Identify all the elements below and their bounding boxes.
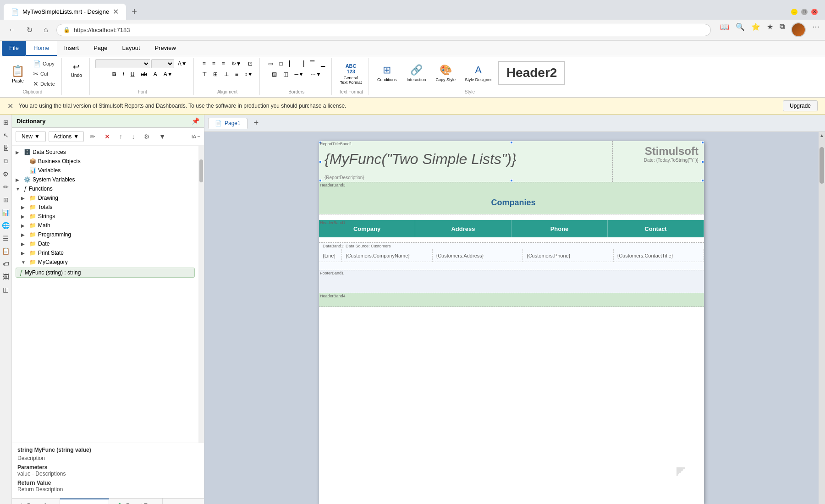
- align-center-button[interactable]: ≡: [209, 59, 218, 68]
- dictionary-tab[interactable]: 📖 Dictionary: [60, 499, 109, 504]
- tree-item-totals[interactable]: ▶ 📁 Totals: [12, 203, 198, 212]
- align-top-button[interactable]: ⊤: [199, 70, 209, 79]
- active-browser-tab[interactable]: 📄 MyTwoSimpleLists.mrt - Designe ✕: [4, 4, 126, 20]
- move-up-button[interactable]: ↑: [116, 131, 126, 142]
- gear-button[interactable]: ⚙: [141, 131, 153, 142]
- tree-item-sysvars[interactable]: ▶ ⚙️ System Variables: [12, 175, 198, 184]
- tree-item-functions[interactable]: ▼ ƒ Functions: [12, 184, 198, 193]
- favorites-icon[interactable]: ★: [767, 22, 773, 37]
- tree-item-myfunc[interactable]: ƒ MyFunc (string) : string: [16, 268, 195, 278]
- tab-page[interactable]: Page: [86, 41, 115, 56]
- header2-preview[interactable]: Header2: [498, 61, 566, 85]
- copy-button[interactable]: 📄 Copy: [30, 59, 58, 68]
- fill-button[interactable]: ▨: [269, 70, 280, 79]
- bold-button[interactable]: B: [110, 70, 119, 79]
- sidebar-icon-grid[interactable]: ⊞: [1, 194, 11, 206]
- undo-button[interactable]: ↩ Undo: [66, 60, 87, 80]
- strikethrough-button[interactable]: ab: [138, 70, 149, 79]
- upgrade-button[interactable]: Upgrade: [783, 100, 818, 111]
- tree-item-mycategory[interactable]: ▼ 📁 MyCategory: [12, 257, 198, 267]
- sidebar-icon-group[interactable]: ◫: [0, 284, 11, 296]
- handle-ml[interactable]: [319, 160, 322, 163]
- actions-button[interactable]: Actions ▼: [49, 131, 84, 142]
- read-mode-icon[interactable]: 📖: [720, 22, 729, 37]
- close-button[interactable]: ✕: [811, 9, 818, 15]
- tree-item-math[interactable]: ▶ 📁 Math: [12, 221, 198, 230]
- tree-item-variables[interactable]: 📊 Variables: [12, 166, 198, 175]
- tree-item-printstate[interactable]: ▶ 📁 Print State: [12, 248, 198, 257]
- border-left-button[interactable]: ▏: [286, 59, 296, 68]
- sidebar-icon-data[interactable]: 🗄: [0, 142, 11, 154]
- border-top-button[interactable]: ▔: [308, 59, 317, 68]
- tree-item-businessobjects[interactable]: 📦 Business Objects: [12, 157, 198, 166]
- handle-bl[interactable]: [319, 179, 322, 182]
- properties-tab[interactable]: ⚙ Properties: [12, 499, 60, 504]
- handle-mr[interactable]: [701, 160, 704, 163]
- resize-handle[interactable]: [676, 467, 686, 477]
- handle-bc[interactable]: [510, 179, 513, 182]
- more-dict-button[interactable]: ▼: [156, 131, 169, 142]
- interaction-button[interactable]: 🔗 Interaction: [403, 62, 429, 84]
- style-designer-button[interactable]: A Style Designer: [462, 62, 495, 84]
- line-style-button[interactable]: ─▼: [292, 70, 307, 79]
- back-button[interactable]: ←: [6, 24, 18, 36]
- minimize-button[interactable]: –: [791, 9, 798, 15]
- text-format-button[interactable]: ABC123 GeneralText Format: [337, 61, 365, 87]
- wrap-button[interactable]: ⊡: [245, 59, 255, 68]
- delete-icon-button[interactable]: ✕: [101, 131, 113, 142]
- tab-layout[interactable]: Layout: [115, 41, 148, 56]
- align-left-button[interactable]: ≡: [200, 59, 209, 68]
- rotate-button[interactable]: ↻▼: [229, 59, 244, 68]
- font-family-select[interactable]: [95, 59, 150, 68]
- scroll-thumb[interactable]: [820, 147, 824, 184]
- cell-contact-title[interactable]: {Customers.ContactTitle}: [614, 249, 704, 262]
- collections-icon[interactable]: ⧉: [780, 22, 785, 37]
- cell-address[interactable]: {Customers.Address}: [433, 249, 523, 262]
- align-middle-button[interactable]: ⊞: [210, 70, 220, 79]
- more-border-button[interactable]: ⋯▼: [308, 70, 324, 79]
- border-right-button[interactable]: ▕: [297, 59, 307, 68]
- copy-style-button[interactable]: 🎨 Copy Style: [433, 62, 458, 84]
- border-all-button[interactable]: ▭: [265, 59, 276, 68]
- font-color-button[interactable]: A▼: [175, 59, 190, 68]
- favorites-add-icon[interactable]: ⭐: [751, 22, 760, 37]
- sidebar-icon-pointer[interactable]: ↖: [1, 129, 11, 141]
- italic-button[interactable]: I: [120, 70, 126, 79]
- border-bottom-button[interactable]: ▁: [318, 59, 328, 68]
- title-text[interactable]: {MyFunc("Two Simple Lists")}: [324, 151, 517, 168]
- maximize-button[interactable]: □: [801, 9, 808, 15]
- line-spacing-button[interactable]: ↕▼: [242, 70, 256, 79]
- pin-icon[interactable]: 📌: [192, 117, 199, 125]
- new-button[interactable]: New ▼: [16, 131, 46, 142]
- trial-close-button[interactable]: ✕: [7, 102, 13, 110]
- add-page-button[interactable]: +: [249, 116, 264, 130]
- sidebar-icon-doc[interactable]: 📋: [0, 245, 12, 257]
- tree-item-date[interactable]: ▶ 📁 Date: [12, 239, 198, 248]
- sidebar-icon-panels[interactable]: ⊞: [1, 116, 11, 128]
- handle-tc[interactable]: [510, 141, 513, 144]
- sidebar-icon-chart[interactable]: 📊: [0, 207, 12, 219]
- cell-line[interactable]: {Line}: [319, 249, 342, 262]
- shadow-button[interactable]: ◫: [280, 70, 291, 79]
- text-color-button[interactable]: A▼: [161, 70, 176, 79]
- home-button[interactable]: ⌂: [41, 24, 51, 36]
- sidebar-icon-layers[interactable]: ⧉: [1, 155, 11, 167]
- new-tab-button[interactable]: +: [128, 5, 141, 19]
- reload-button[interactable]: ↻: [24, 24, 35, 36]
- tab-insert[interactable]: Insert: [57, 41, 87, 56]
- cut-button[interactable]: ✂ Cut: [30, 69, 58, 78]
- more-options-icon[interactable]: ⋯: [812, 22, 820, 37]
- justify-button[interactable]: ≡: [232, 70, 241, 79]
- handle-br[interactable]: [701, 179, 704, 182]
- tree-item-programming[interactable]: ▶ 📁 Programming: [12, 230, 198, 239]
- sidebar-icon-globe[interactable]: 🌐: [0, 219, 12, 231]
- align-right-button[interactable]: ≡: [219, 59, 228, 68]
- cell-phone[interactable]: {Customers.Phone}: [523, 249, 614, 262]
- profile-avatar[interactable]: [791, 22, 806, 37]
- url-box[interactable]: 🔒 https://localhost:7183: [56, 24, 711, 36]
- tree-item-datasources[interactable]: ▶ 🗄️ Data Sources: [12, 148, 198, 157]
- sidebar-icon-tag[interactable]: 🏷: [0, 258, 11, 270]
- scroll-up-arrow[interactable]: ▲: [820, 133, 824, 138]
- tab-preview[interactable]: Preview: [148, 41, 183, 56]
- tab-close-button[interactable]: ✕: [113, 7, 119, 16]
